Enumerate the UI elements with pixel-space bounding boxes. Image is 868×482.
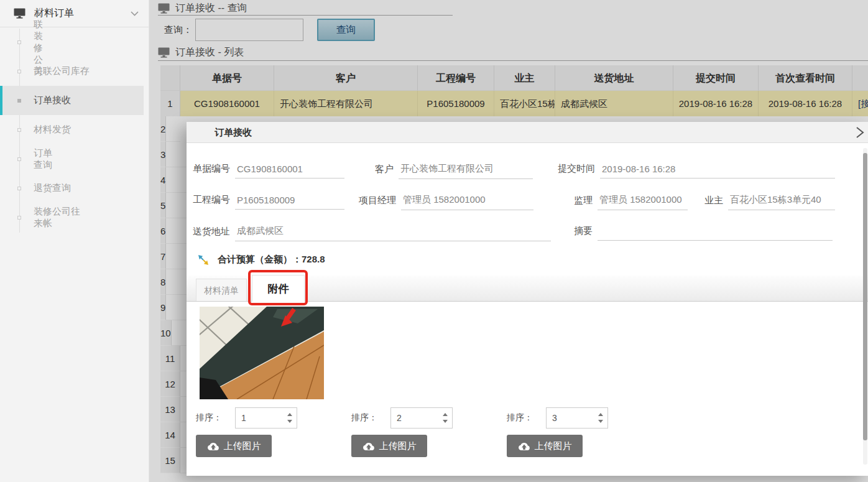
- field-project-no: 工程编号 P1605180009: [193, 194, 344, 210]
- field-value[interactable]: 管理员 1582001000: [598, 194, 688, 210]
- field-submit-time: 提交时间 2019-08-16 16:28: [558, 163, 835, 178]
- tree-bullet-icon: [17, 216, 21, 220]
- sidebar-menu: 关联装修公司 关联公司库存 订单接收 材料发货 订单查询: [0, 27, 149, 232]
- field-label: 提交时间: [558, 163, 595, 178]
- modal-title: 订单接收: [215, 122, 868, 143]
- sidebar-item[interactable]: 关联装修公司: [0, 27, 20, 57]
- attachment-group: 排序： 上: [351, 407, 507, 457]
- chevron-down-icon[interactable]: [131, 11, 139, 16]
- sidebar-item-label: 装修公司往来帐: [34, 206, 85, 229]
- field-customer: 客户 开心装饰工程有限公司: [375, 163, 533, 179]
- field-owner: 业主 百花小区15栋3单元40: [704, 194, 835, 210]
- spinner-down-icon[interactable]: [598, 420, 603, 423]
- modal-scrollbar-track[interactable]: [863, 148, 867, 465]
- field-order-no: 单据编号 CG1908160001: [193, 163, 344, 178]
- tree-bullet-icon: [17, 40, 21, 44]
- upload-image-button[interactable]: 上传图片: [196, 435, 272, 457]
- sort-input[interactable]: [391, 408, 433, 428]
- total-budget-text: 合计预算（金额）：728.8: [218, 254, 325, 266]
- sort-spinner: [235, 407, 297, 429]
- attachments-controls: 排序： 上: [196, 407, 662, 457]
- sidebar: 材料订单 关联装修公司 关联公司库存 订单接收 材料发货: [0, 0, 149, 482]
- field-label: 客户: [375, 164, 394, 179]
- field-value[interactable]: CG1908160001: [235, 164, 344, 178]
- sort-label: 排序：: [507, 412, 546, 424]
- field-supervisor: 监理 管理员 1582001000: [574, 194, 688, 210]
- upload-image-label: 上传图片: [379, 440, 417, 452]
- upload-image-label: 上传图片: [224, 440, 261, 452]
- sort-spinner: [546, 407, 608, 429]
- tree-bullet-icon: [17, 70, 21, 73]
- spinner-up-icon[interactable]: [598, 413, 603, 416]
- sidebar-header[interactable]: 材料订单: [0, 0, 149, 27]
- field-value[interactable]: [598, 227, 833, 241]
- tree-bullet-icon: [17, 99, 21, 103]
- sidebar-item[interactable]: 关联公司库存: [0, 57, 94, 86]
- sidebar-item[interactable]: 装修公司往来帐: [0, 203, 85, 232]
- sidebar-item-label: 退货查询: [34, 182, 71, 194]
- field-label: 单据编号: [193, 163, 230, 178]
- upload-image-label: 上传图片: [535, 440, 572, 452]
- field-value[interactable]: 开心装饰工程有限公司: [399, 163, 533, 179]
- attachment-group: 排序： 上: [507, 407, 662, 457]
- field-project-manager: 项目经理 管理员 1582001000: [359, 194, 533, 210]
- field-label: 项目经理: [359, 195, 396, 210]
- modal-scrollbar-thumb[interactable]: [863, 153, 867, 440]
- sort-input[interactable]: [547, 408, 589, 428]
- sort-label: 排序：: [351, 412, 390, 424]
- field-value[interactable]: P1605180009: [235, 195, 344, 210]
- sidebar-item[interactable]: 订单接收: [0, 86, 144, 115]
- cloud-upload-icon: [362, 442, 375, 451]
- spinner-down-icon[interactable]: [443, 420, 448, 423]
- sidebar-item-label: 材料发货: [34, 124, 71, 136]
- field-label: 摘要: [574, 225, 593, 241]
- spinner-down-icon[interactable]: [287, 420, 292, 423]
- chevron-right-icon[interactable]: [854, 126, 866, 139]
- expand-arrows-icon[interactable]: [198, 254, 209, 266]
- attachment-group: 排序： 上: [196, 407, 351, 457]
- total-budget-row: 合计预算（金额）：728.8: [198, 254, 325, 266]
- modal-header: 订单接收: [187, 122, 868, 143]
- sidebar-item-label: 关联公司库存: [34, 65, 90, 77]
- order-receive-modal: 订单接收 单据编号 CG1908160001 客户 开心装饰工程有限公司 提交时…: [187, 122, 868, 476]
- spinner-up-icon[interactable]: [287, 413, 292, 416]
- sidebar-item[interactable]: 退货查询: [0, 174, 118, 203]
- sidebar-item[interactable]: 订单查询: [0, 144, 61, 174]
- sidebar-item[interactable]: 材料发货: [0, 115, 76, 144]
- tree-bullet-icon: [17, 128, 21, 132]
- cloud-upload-icon: [207, 442, 219, 451]
- field-summary: 摘要: [574, 225, 833, 241]
- upload-image-button[interactable]: 上传图片: [507, 435, 583, 457]
- upload-image-button[interactable]: 上传图片: [351, 435, 427, 457]
- tab[interactable]: 附件: [252, 275, 305, 302]
- attachment-photo-thumbnail[interactable]: [200, 307, 324, 399]
- sort-input[interactable]: [236, 408, 278, 428]
- field-delivery-address: 送货地址 成都武候区: [193, 225, 551, 241]
- sidebar-item-label: 订单接收: [34, 95, 71, 106]
- spinner-up-icon[interactable]: [443, 413, 448, 416]
- sidebar-item-label: 订单查询: [34, 147, 61, 171]
- field-label: 工程编号: [193, 194, 230, 210]
- sort-spinner: [390, 407, 453, 429]
- field-value[interactable]: 2019-08-16 16:28: [600, 164, 835, 178]
- tab-bar: 材料清单 附件: [187, 276, 868, 302]
- monitor-icon: [14, 8, 25, 19]
- field-value[interactable]: 成都武候区: [235, 225, 551, 241]
- main-content: 订单接收 -- 查询 查询： 查询 订单接收 - 列表 单据号 客户 工程编号 …: [149, 0, 868, 482]
- tab[interactable]: 材料清单: [196, 279, 247, 301]
- field-label: 业主: [704, 195, 723, 210]
- field-value[interactable]: 管理员 1582001000: [401, 194, 533, 210]
- field-label: 送货地址: [193, 226, 230, 241]
- tree-bullet-icon: [17, 157, 21, 161]
- field-label: 监理: [574, 195, 593, 210]
- field-value[interactable]: 百花小区15栋3单元40: [728, 194, 835, 210]
- tree-bullet-icon: [17, 187, 21, 190]
- sort-label: 排序：: [196, 412, 235, 424]
- cloud-upload-icon: [518, 442, 530, 451]
